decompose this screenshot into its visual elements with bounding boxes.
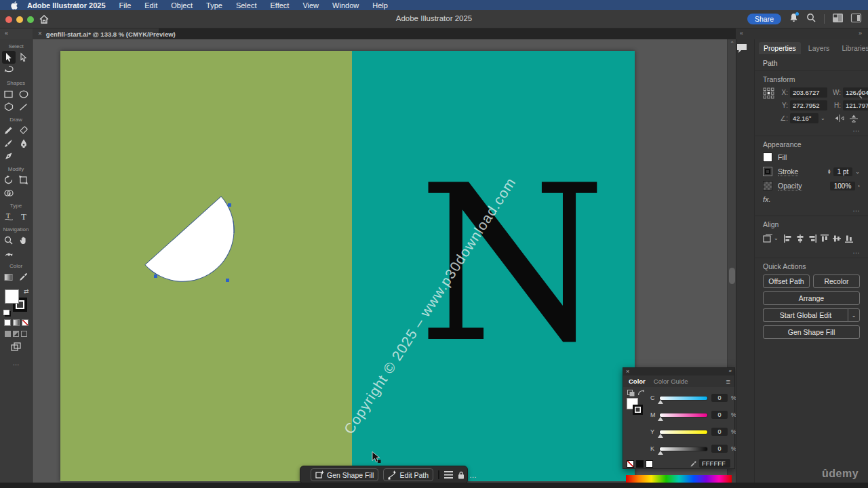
rectangle-tool[interactable] — [2, 87, 16, 100]
align-right-icon[interactable] — [808, 235, 816, 243]
flip-horizontal-icon[interactable] — [835, 115, 844, 122]
menu-app-name[interactable]: Adobe Illustrator 2025 — [27, 1, 106, 9]
zoom-tool[interactable] — [2, 234, 16, 247]
h-value-input[interactable] — [843, 100, 868, 110]
opacity-value[interactable]: 100% — [830, 182, 856, 190]
color-panel-collapse-icon[interactable]: « — [729, 368, 732, 374]
hex-eyedropper-icon[interactable] — [690, 460, 696, 467]
magenta-slider-handle[interactable] — [658, 417, 663, 421]
taskbar-stroke-options-icon[interactable] — [444, 471, 453, 479]
selection-tool[interactable] — [2, 51, 16, 64]
hex-value-input[interactable] — [699, 459, 730, 468]
x-value-input[interactable] — [790, 87, 827, 98]
document-canvas[interactable]: N Copyright © 2025 – www.p30download.com… — [33, 39, 736, 483]
menu-file[interactable]: File — [113, 1, 138, 9]
swatch-options-icon[interactable] — [627, 390, 635, 396]
arrange-button[interactable]: Arrange — [763, 291, 860, 305]
document-tab[interactable]: × genfill-start.ai* @ 133.8 % (CMYK/Prev… — [33, 28, 159, 39]
align-to-dropdown-icon[interactable]: ⌄ — [774, 235, 778, 241]
angle-value-input[interactable] — [790, 113, 818, 123]
line-segment-tool[interactable] — [17, 100, 31, 113]
panel-layout-icon[interactable] — [851, 13, 861, 25]
lock-icon[interactable] — [458, 471, 465, 479]
opacity-expand-icon[interactable]: › — [858, 183, 860, 189]
pen-tool[interactable] — [17, 137, 31, 150]
transform-more-options[interactable]: … — [763, 125, 860, 133]
menu-select[interactable]: Select — [229, 1, 264, 9]
tab-layers[interactable]: Layers — [804, 42, 835, 54]
menu-help[interactable]: Help — [366, 1, 395, 9]
paintbrush-tool[interactable] — [2, 137, 16, 150]
color-panel-close-icon[interactable]: × — [626, 368, 629, 375]
polygon-tool[interactable] — [2, 100, 16, 113]
opacity-link[interactable]: Opacity — [778, 182, 802, 190]
yellow-slider-track[interactable] — [659, 430, 708, 434]
black-slider-track[interactable] — [659, 447, 708, 451]
magenta-value-input[interactable] — [711, 411, 728, 419]
scrollbar-thumb[interactable] — [729, 268, 735, 284]
tab-properties[interactable]: Properties — [759, 42, 801, 54]
none-swatch-button[interactable] — [22, 319, 28, 326]
start-global-edit-button[interactable]: Start Global Edit — [763, 308, 848, 322]
gen-shape-fill-taskbar-button[interactable]: Gen Shape Fill — [311, 468, 378, 481]
offset-path-button[interactable]: Offset Path — [763, 274, 810, 288]
comments-panel-icon[interactable] — [736, 43, 747, 54]
global-edit-dropdown-icon[interactable]: ⌄ — [848, 308, 860, 322]
pencil-tool[interactable] — [2, 124, 16, 137]
draw-inside-mode[interactable] — [21, 331, 27, 337]
eyedropper-tool[interactable] — [17, 270, 31, 283]
menu-window[interactable]: Window — [326, 1, 366, 9]
black-slider-handle[interactable] — [658, 451, 663, 455]
type-tool[interactable]: T — [17, 210, 31, 223]
magenta-slider-track[interactable] — [659, 413, 708, 418]
search-icon[interactable] — [806, 13, 816, 25]
menu-view[interactable]: View — [296, 1, 326, 9]
tab-close-icon[interactable]: × — [38, 30, 42, 37]
flip-vertical-icon[interactable] — [850, 115, 858, 123]
taskbar-fill-swatch[interactable] — [438, 470, 439, 479]
fx-effects-button[interactable]: fx. — [763, 195, 860, 203]
yellow-value-input[interactable] — [711, 428, 728, 436]
align-more-options[interactable]: … — [763, 247, 860, 255]
scroll-up-icon[interactable]: ⌃ — [728, 41, 736, 47]
constrain-proportions-icon[interactable] — [856, 89, 864, 99]
fill-swatch[interactable] — [5, 289, 19, 304]
fill-stroke-indicator[interactable]: ⇄ — [3, 289, 29, 314]
cyan-slider-handle[interactable] — [658, 400, 663, 404]
color-swatch-button[interactable] — [4, 319, 11, 326]
black-value-input[interactable] — [711, 445, 728, 453]
reference-point-icon[interactable] — [763, 87, 774, 99]
stroke-weight-value[interactable]: 1 pt — [833, 167, 853, 176]
appearance-more-options[interactable]: … — [763, 205, 860, 213]
none-color-swatch[interactable] — [627, 460, 634, 468]
menu-edit[interactable]: Edit — [138, 1, 164, 9]
align-bottom-icon[interactable] — [845, 235, 853, 243]
hand-tool[interactable] — [17, 234, 31, 247]
black-color-swatch[interactable] — [636, 460, 644, 468]
draw-behind-mode[interactable] — [13, 331, 19, 337]
color-panel-stroke-swatch[interactable] — [633, 405, 643, 415]
free-transform-tool[interactable] — [17, 174, 31, 186]
y-value-input[interactable] — [790, 100, 827, 110]
toolbar-collapse-icon[interactable]: « — [0, 28, 33, 39]
ellipse-tool[interactable] — [17, 87, 31, 100]
align-center-vertical-icon[interactable] — [833, 235, 841, 243]
rotate-view-tool[interactable] — [2, 247, 16, 260]
align-left-icon[interactable] — [784, 235, 792, 243]
white-color-swatch[interactable] — [646, 460, 653, 468]
align-center-horizontal-icon[interactable] — [796, 235, 804, 243]
opacity-swatch[interactable] — [763, 181, 772, 190]
workspace-switcher-icon[interactable] — [833, 13, 843, 25]
share-button[interactable]: Share — [747, 14, 781, 24]
gradient-tool[interactable] — [2, 270, 16, 283]
lasso-tool[interactable] — [2, 64, 16, 77]
draw-normal-mode[interactable] — [5, 331, 11, 337]
fountain-pen-tool[interactable] — [2, 150, 16, 163]
eraser-tool[interactable] — [17, 124, 31, 137]
rotate-tool[interactable] — [2, 174, 16, 186]
stepper-down-icon[interactable]: ▾ — [828, 171, 831, 175]
fill-color-swatch[interactable] — [763, 152, 772, 162]
default-fill-stroke-icon[interactable] — [3, 310, 9, 315]
gradient-swatch-button[interactable] — [13, 319, 20, 326]
align-to-selector[interactable]: ⌄ — [763, 234, 778, 243]
